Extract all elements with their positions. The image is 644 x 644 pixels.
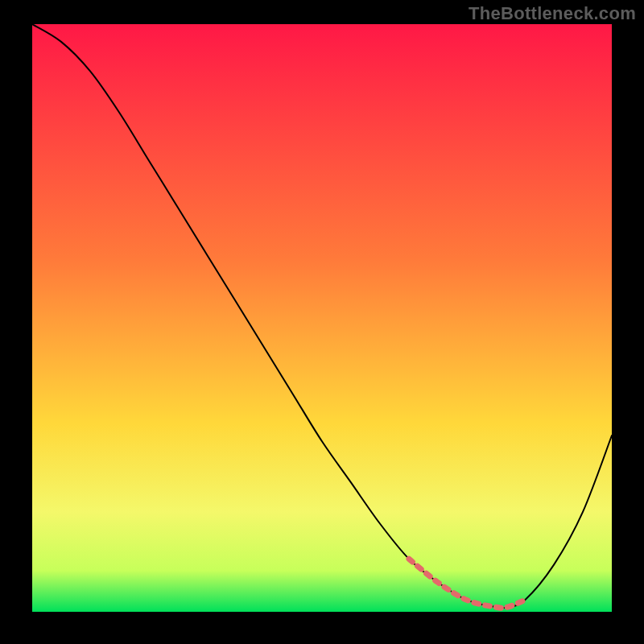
watermark-text: TheBottleneck.com — [469, 3, 636, 24]
chart-frame: TheBottleneck.com — [0, 0, 644, 644]
chart-svg — [32, 24, 612, 612]
plot-area — [32, 24, 612, 612]
